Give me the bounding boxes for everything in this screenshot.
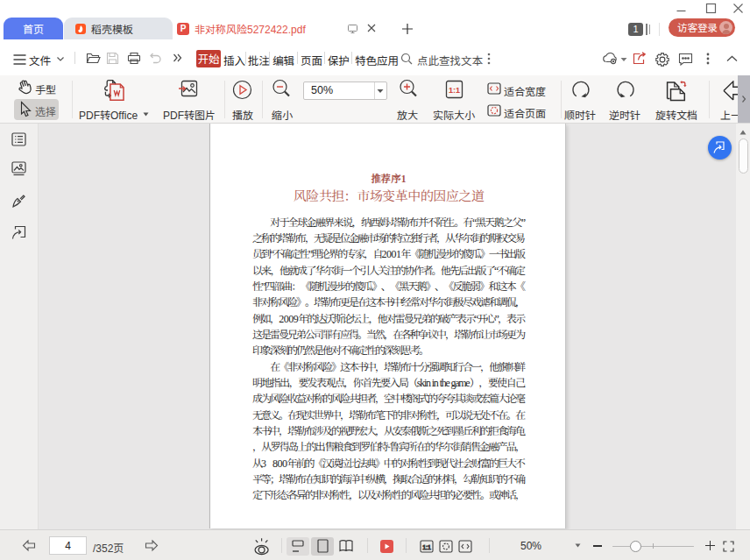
svg-text:1:1: 1:1: [449, 86, 460, 95]
svg-text:1:1: 1:1: [422, 544, 431, 550]
